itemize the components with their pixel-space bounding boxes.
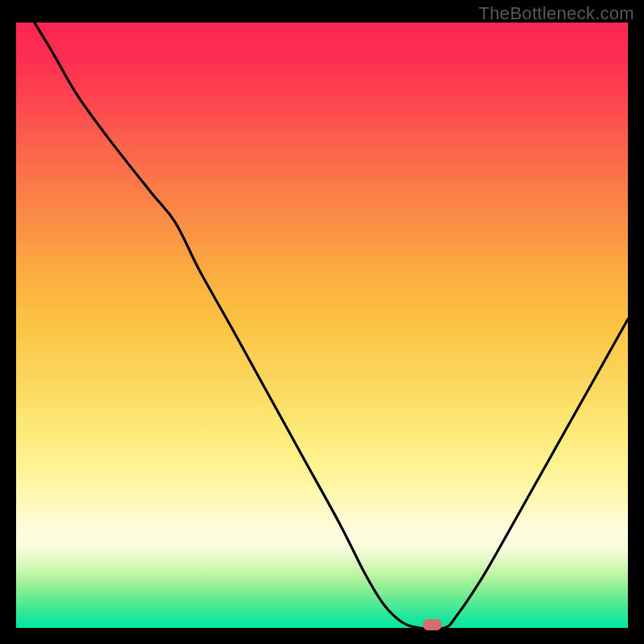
- watermark-label: TheBottleneck.com: [479, 3, 634, 24]
- plot-area: [16, 23, 628, 628]
- curve-line: [16, 23, 628, 628]
- optimum-marker-icon: [423, 619, 442, 630]
- chart-container: TheBottleneck.com: [0, 0, 644, 644]
